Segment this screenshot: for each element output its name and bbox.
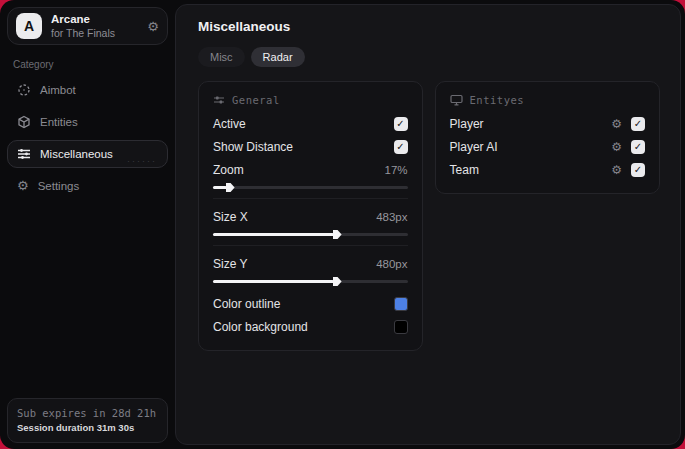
setting-row-size-y: Size Y 480px: [213, 252, 408, 275]
setting-label: Show Distance: [213, 140, 293, 154]
setting-row-zoom: Zoom 17%: [213, 158, 408, 181]
app-subtitle: for The Finals: [51, 27, 138, 39]
sidebar-spacer: [7, 199, 168, 398]
crosshair-icon: [17, 83, 31, 97]
sliders-icon: [17, 147, 31, 161]
color-outline-swatch[interactable]: [394, 297, 408, 311]
active-checkbox[interactable]: ✓: [394, 117, 408, 131]
tab-misc[interactable]: Misc: [198, 47, 245, 67]
entity-label: Team: [450, 163, 479, 177]
sidebar-item-aimbot[interactable]: Aimbot: [7, 76, 168, 104]
entities-card-header: Entityes: [450, 94, 645, 106]
zoom-value: 17%: [385, 164, 408, 176]
setting-row-color-background: Color background: [213, 315, 408, 338]
session-duration-text: Session duration 31m 30s: [17, 421, 158, 435]
show-distance-checkbox[interactable]: ✓: [394, 140, 408, 154]
size-y-slider-thumb[interactable]: [333, 277, 342, 286]
size-y-value: 480px: [376, 258, 407, 270]
checkmark-icon: ✓: [634, 119, 642, 129]
general-card-header: General: [213, 94, 408, 106]
entity-label: Player: [450, 117, 484, 131]
sub-expiry-text: Sub expires in 28d 21h: [17, 406, 158, 421]
sidebar-item-entities[interactable]: Entities: [7, 108, 168, 136]
general-card-title: General: [232, 94, 280, 106]
setting-label: Color background: [213, 320, 308, 334]
sidebar-item-label: Miscellaneous: [40, 148, 113, 160]
entity-row-team: Team ⚙ ✓: [450, 158, 645, 181]
zoom-slider-fill: [213, 186, 227, 189]
dots-decoration: ······: [127, 156, 157, 166]
size-x-slider-thumb[interactable]: [333, 230, 342, 239]
gear-icon: ⚙: [17, 179, 29, 192]
entity-label: Player AI: [450, 140, 498, 154]
player-gear-icon[interactable]: ⚙: [611, 118, 622, 130]
zoom-slider[interactable]: [213, 186, 408, 189]
setting-label: Color outline: [213, 297, 280, 311]
sidebar-item-label: Settings: [38, 180, 80, 192]
size-x-slider-fill: [213, 233, 334, 236]
app-window: A Arcane for The Finals ⚙ Category Aimbo…: [0, 0, 685, 449]
size-y-slider-fill: [213, 280, 334, 283]
app-name: Arcane: [51, 13, 138, 26]
checkmark-icon: ✓: [634, 165, 642, 175]
divider: [213, 245, 408, 246]
setting-label: Size Y: [213, 257, 247, 271]
app-header-card: A Arcane for The Finals ⚙: [7, 7, 168, 45]
app-logo: A: [16, 13, 42, 39]
setting-label: Size X: [213, 210, 248, 224]
entity-row-player-ai: Player AI ⚙ ✓: [450, 135, 645, 158]
setting-label: Zoom: [213, 163, 244, 177]
screen: A Arcane for The Finals ⚙ Category Aimbo…: [0, 0, 685, 449]
size-x-slider[interactable]: [213, 233, 408, 236]
setting-row-show-distance: Show Distance ✓: [213, 135, 408, 158]
general-card: General Active ✓ Show Distance ✓ Zoom 17…: [198, 81, 423, 351]
tab-bar: Misc Radar: [198, 47, 660, 67]
team-gear-icon[interactable]: ⚙: [611, 164, 622, 176]
sidebar-item-settings[interactable]: ⚙ Settings: [7, 172, 168, 199]
panels-row: General Active ✓ Show Distance ✓ Zoom 17…: [198, 81, 660, 351]
zoom-slider-thumb[interactable]: [226, 183, 235, 192]
sidebar-item-label: Aimbot: [40, 84, 76, 96]
header-gear-icon[interactable]: ⚙: [147, 20, 159, 33]
setting-label: Active: [213, 117, 246, 131]
subscription-card: Sub expires in 28d 21h Session duration …: [7, 398, 168, 443]
category-label: Category: [13, 59, 168, 70]
sidebar: A Arcane for The Finals ⚙ Category Aimbo…: [0, 0, 175, 449]
main-panel: Miscellaneous Misc Radar General Active: [175, 4, 681, 445]
app-header-text: Arcane for The Finals: [51, 13, 138, 38]
divider: [213, 198, 408, 199]
size-y-slider[interactable]: [213, 280, 408, 283]
setting-row-size-x: Size X 483px: [213, 205, 408, 228]
team-checkbox[interactable]: ✓: [631, 163, 645, 177]
sidebar-nav: Aimbot Entities Miscellaneous ······: [7, 76, 168, 199]
monitor-icon: [450, 94, 463, 106]
player-checkbox[interactable]: ✓: [631, 117, 645, 131]
setting-row-active: Active ✓: [213, 112, 408, 135]
page-title: Miscellaneous: [198, 19, 660, 34]
sidebar-item-miscellaneous[interactable]: Miscellaneous ······: [7, 140, 168, 168]
player-ai-checkbox[interactable]: ✓: [631, 140, 645, 154]
sidebar-item-label: Entities: [40, 116, 78, 128]
tab-radar[interactable]: Radar: [251, 47, 305, 67]
checkmark-icon: ✓: [396, 142, 404, 152]
player-ai-gear-icon[interactable]: ⚙: [611, 141, 622, 153]
color-background-swatch[interactable]: [394, 320, 408, 334]
sliders-horizontal-icon: [213, 94, 225, 106]
entities-card: Entityes Player ⚙ ✓ Player AI ⚙ ✓: [435, 81, 660, 194]
entities-card-title: Entityes: [470, 94, 525, 106]
checkmark-icon: ✓: [634, 142, 642, 152]
setting-row-color-outline: Color outline: [213, 292, 408, 315]
checkmark-icon: ✓: [396, 119, 404, 129]
size-x-value: 483px: [376, 211, 407, 223]
entity-row-player: Player ⚙ ✓: [450, 112, 645, 135]
cube-icon: [17, 115, 31, 129]
